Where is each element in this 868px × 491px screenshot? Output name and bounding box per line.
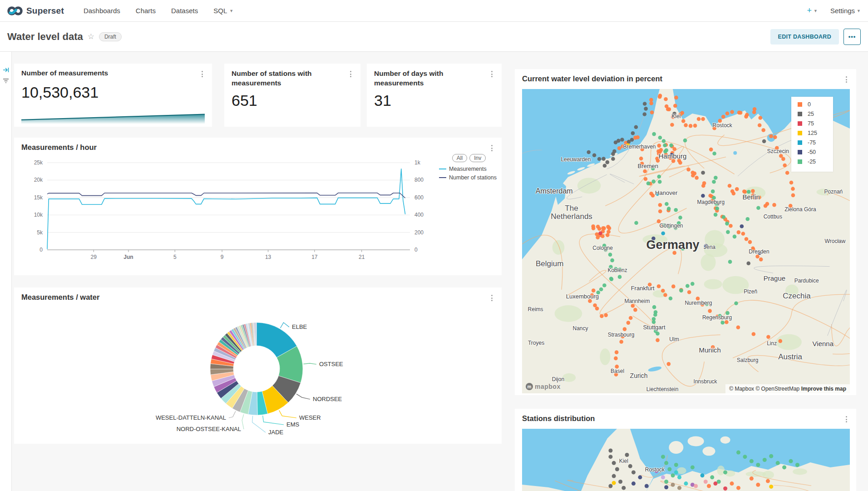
legend-item-number-of-stations[interactable]: Number of stations	[439, 174, 499, 181]
svg-text:Jun: Jun	[123, 254, 133, 260]
trend-sparkline	[21, 108, 205, 124]
mapbox-icon: m	[526, 383, 533, 390]
nav-item-charts[interactable]: Charts	[128, 0, 163, 21]
chart-menu-kebab[interactable]	[347, 70, 354, 78]
favorite-star-icon[interactable]: ☆	[88, 32, 94, 41]
legend-color-swatch	[798, 121, 802, 126]
chart-title: Stations distribution	[522, 414, 595, 423]
card-number-of-days: Number of days with measurements 31	[367, 64, 502, 127]
attribution-text: © Mapbox © OpenStreetMap	[729, 386, 799, 392]
infinity-logo-icon	[7, 6, 23, 16]
card-stations-distribution: Stations distribution KielRostock	[515, 409, 856, 491]
svg-text:0: 0	[414, 247, 418, 253]
filter-icon[interactable]	[0, 75, 12, 86]
mapbox-logo[interactable]: m mapbox	[526, 383, 561, 390]
chevron-down-icon: ▼	[857, 9, 861, 13]
svg-text:9: 9	[221, 254, 224, 260]
chart-menu-kebab[interactable]	[843, 415, 850, 423]
chart-title: Number of stations with measurements	[232, 69, 345, 88]
legend-color-swatch	[798, 150, 802, 154]
map-legend-item[interactable]: 125	[798, 130, 833, 136]
status-badge: Draft	[99, 32, 122, 41]
map-legend-item[interactable]: -50	[798, 149, 833, 155]
chart-menu-kebab[interactable]	[488, 294, 495, 302]
map-legend-item[interactable]: 0	[798, 101, 833, 108]
filter-bar-collapsed	[0, 52, 12, 491]
card-water-level-deviation-map: Current water level deviation in percent…	[515, 69, 856, 395]
svg-text:600: 600	[414, 194, 424, 201]
map-legend-item[interactable]: -25	[798, 159, 833, 165]
chart-menu-kebab[interactable]	[488, 144, 495, 152]
svg-text:800: 800	[414, 177, 424, 183]
legend-item-measurements[interactable]: Measurements	[439, 166, 499, 172]
svg-text:OSTSEE: OSTSEE	[319, 361, 343, 367]
card-measurements-per-hour: Measurements / hour All Inv Measurements…	[14, 138, 502, 275]
svg-text:WESEL-DATTELN-KANAL: WESEL-DATTELN-KANAL	[156, 414, 226, 421]
legend-select-all-button[interactable]: All	[452, 154, 467, 162]
chart-menu-kebab[interactable]	[198, 70, 206, 78]
chart-menu-kebab[interactable]	[488, 70, 495, 78]
chart-title: Measurements / hour	[21, 143, 97, 152]
legend-invert-button[interactable]: Inv	[469, 154, 486, 162]
settings-label: Settings	[830, 7, 855, 15]
map-color-legend: 0 25 75 125 -75 -50 -25	[791, 97, 833, 172]
brand-name: Superset	[26, 6, 64, 16]
chart-title: Number of days with measurements	[374, 69, 488, 88]
big-number-value: 31	[374, 92, 391, 109]
card-measurements-per-water: Measurements / water ELBEOSTSEENORDSEEWE…	[14, 288, 502, 444]
edit-dashboard-button[interactable]: EDIT DASHBOARD	[770, 29, 839, 45]
legend-color-swatch	[798, 112, 802, 116]
top-navbar: Superset DashboardsChartsDatasetsSQL ▼ +…	[0, 0, 868, 22]
chart-title: Number of measurements	[21, 69, 108, 77]
svg-text:ELBE: ELBE	[292, 323, 307, 330]
svg-text:17: 17	[311, 254, 318, 260]
more-options-button[interactable]: •••	[843, 29, 861, 45]
svg-text:1k: 1k	[414, 159, 421, 166]
mapbox-wordmark: mapbox	[535, 383, 561, 390]
map-legend-item[interactable]: 25	[798, 111, 833, 117]
chart-title: Current water level deviation in percent	[522, 74, 662, 83]
superset-dashboard: Superset DashboardsChartsDatasetsSQL ▼ +…	[0, 0, 868, 491]
svg-text:NORD-OSTSEE-KANAL: NORD-OSTSEE-KANAL	[177, 426, 241, 432]
chevron-down-icon: ▼	[814, 9, 818, 13]
map-legend-item[interactable]: -75	[798, 139, 833, 146]
svg-text:JADE: JADE	[268, 429, 284, 436]
big-number-value: 651	[232, 92, 257, 109]
map-legend-item[interactable]: 75	[798, 120, 833, 127]
plus-icon: +	[807, 6, 812, 15]
big-number-value: 10,530,631	[21, 84, 99, 101]
svg-text:5k: 5k	[37, 229, 43, 236]
svg-text:10k: 10k	[34, 212, 43, 218]
svg-text:29: 29	[91, 254, 97, 260]
svg-text:20k: 20k	[34, 177, 43, 183]
deviation-map-canvas[interactable]: LeeuwardenAmsterdamBremerhavenKielHambur…	[522, 89, 850, 393]
donut-chart-canvas[interactable]: ELBEOSTSEENORDSEEWESEREMSJADENORD-OSTSEE…	[14, 288, 502, 444]
nav-item-dashboards[interactable]: Dashboards	[76, 0, 128, 21]
legend-color-swatch	[798, 159, 802, 164]
svg-text:0: 0	[39, 247, 43, 253]
stations-map-canvas[interactable]: KielRostock	[522, 429, 850, 491]
svg-text:5: 5	[173, 254, 177, 260]
nav-menu: DashboardsChartsDatasetsSQL ▼	[76, 0, 241, 21]
superset-logo[interactable]: Superset	[7, 6, 64, 16]
chart-title: Measurements / water	[21, 293, 99, 302]
settings-menu[interactable]: Settings ▼	[830, 7, 861, 15]
nav-item-datasets[interactable]: Datasets	[163, 0, 206, 21]
svg-text:400: 400	[414, 212, 424, 218]
expand-filter-bar-icon[interactable]	[0, 64, 12, 75]
new-item-button[interactable]: + ▼	[807, 6, 817, 15]
chart-legend: All Inv Measurements Number of stations	[439, 154, 499, 181]
svg-text:25k: 25k	[34, 159, 43, 166]
legend-color-swatch	[798, 102, 802, 107]
svg-text:15k: 15k	[34, 194, 43, 201]
line-chart-canvas[interactable]: 25k1k20k80015k60010k4005k2000029Jun59131…	[14, 154, 436, 286]
improve-map-link[interactable]: Improve this map	[801, 386, 846, 392]
card-number-of-stations: Number of stations with measurements 651	[224, 64, 360, 127]
chevron-down-icon: ▼	[229, 9, 233, 13]
chart-menu-kebab[interactable]	[843, 75, 850, 84]
nav-item-sql[interactable]: SQL ▼	[206, 0, 241, 21]
legend-line-swatch	[439, 177, 446, 178]
nav-right: + ▼ Settings ▼	[807, 6, 861, 15]
svg-text:200: 200	[414, 229, 424, 236]
card-number-of-measurements: Number of measurements 10,530,631	[14, 64, 212, 127]
